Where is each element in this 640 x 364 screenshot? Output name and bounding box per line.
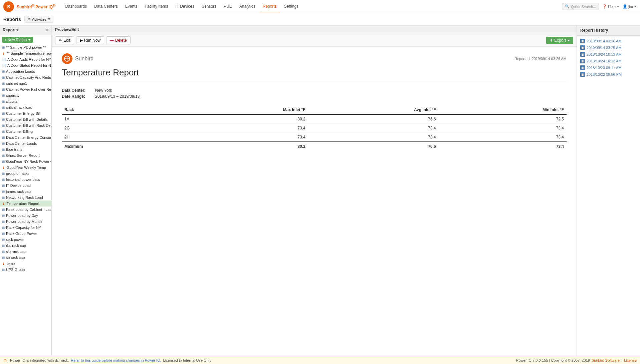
list-item[interactable]: ⊞ Rack Group Power [0, 231, 51, 237]
nav-analytics[interactable]: Analytics [236, 0, 259, 13]
data-center-value: New York [95, 88, 112, 93]
export-button[interactable]: ⬇ Export [546, 37, 573, 44]
activities-button[interactable]: ⚙ Activities [24, 16, 53, 23]
list-item[interactable]: ⊞ Cabinet Power Fail-over Redunda [0, 86, 51, 92]
run-now-button[interactable]: ▶ Run Now [76, 36, 104, 44]
nav-events[interactable]: Events [122, 0, 141, 13]
nav-it-devices[interactable]: IT Devices [172, 0, 198, 13]
table-row: 2G 73.4 73.4 73.4 [62, 124, 567, 133]
list-item[interactable]: ⊞ ** Sample PDU power ** [0, 44, 51, 50]
list-item[interactable]: ⊞ GoodYear NY Rack Power Cap [0, 158, 51, 164]
list-item[interactable]: ⊞ Customer Billing [0, 128, 51, 134]
list-item[interactable]: ⊞ Power Load by Month [0, 219, 51, 225]
grid-icon: ⊞ [2, 214, 5, 218]
table-row: 2H 73.4 73.4 73.4 [62, 133, 567, 142]
license-link[interactable]: License [624, 358, 637, 362]
list-item[interactable]: 📄 A Door Audit Report for NY [0, 56, 51, 62]
list-item[interactable]: ⊞ Application Loads [0, 68, 51, 74]
data-center-row: Data Center: New York [62, 88, 567, 93]
nav-reports[interactable]: Reports [259, 0, 280, 13]
data-center-label: Data Center: [62, 88, 95, 93]
edit-icon: ✏ [59, 38, 62, 43]
list-item[interactable]: 🌡 ** Sample Temperature report ** [0, 50, 51, 56]
grid-icon: ⊞ [2, 82, 5, 85]
list-item[interactable]: ⊞ historical power data [0, 176, 51, 183]
list-item[interactable]: ⊞ Rack Capacity for NY [0, 225, 51, 231]
history-item[interactable]: 📋 2019/09/14 03:25 AM [578, 44, 639, 51]
list-item[interactable]: ⊞ james rack cap [0, 189, 51, 195]
history-icon: 📋 [580, 72, 585, 77]
list-item[interactable]: ⊞ siq rack cap [0, 249, 51, 255]
list-item[interactable]: ⊞ circuits [0, 98, 51, 104]
thermometer-icon: 🌡 [2, 202, 5, 206]
list-item[interactable]: ⊞ group of racks [0, 170, 51, 176]
list-item[interactable]: ⊞ so rack cap [0, 255, 51, 261]
cell-max: 73.4 [176, 133, 308, 142]
footer-guide-link[interactable]: Refer to this guide before making change… [71, 358, 161, 362]
run-icon: ▶ [80, 38, 83, 43]
list-item[interactable]: ⊞ Peak Load by Cabinet - Last 30 D [0, 207, 51, 213]
list-item[interactable]: ⊞ UPS Group [0, 267, 51, 273]
nav-pue[interactable]: PUE [220, 0, 235, 13]
list-item[interactable]: ⊞ Ghost Server Report [0, 152, 51, 158]
list-item[interactable]: ⊞ cabinet ngn1 [0, 80, 51, 86]
sunbird-link[interactable]: Sunbird Software [592, 358, 620, 362]
list-item[interactable]: ⊞ Customer Bill with Rack Details [0, 122, 51, 128]
history-icon: 📋 [580, 39, 585, 43]
list-item[interactable]: ⊞ capacity [0, 92, 51, 98]
user-chevron-icon [634, 6, 637, 7]
help-button[interactable]: ❓ Help [602, 4, 619, 9]
list-item[interactable]: ⊞ Customer Energy Bill [0, 110, 51, 116]
right-sidebar: Report History 📋 2019/09/14 03:26 AM 📋 2… [577, 25, 640, 356]
list-item[interactable]: ⊞ Networking Rack Load [0, 195, 51, 201]
history-item[interactable]: 📋 2018/10/24 10:12 AM [578, 58, 639, 64]
cell-rack: 1A [62, 114, 176, 124]
footer-licensed-text: Licensed to Internal Use Only [163, 358, 211, 362]
list-item[interactable]: ⊞ IT Device Load [0, 183, 51, 189]
logo-text: Sunbird® Power IQ® [17, 4, 55, 9]
nav-facility-items[interactable]: Facility Items [142, 0, 172, 13]
history-item[interactable]: 📋 2018/10/22 09:56 PM [578, 71, 639, 78]
footer-right: Power IQ 7.0.0-155 | Copyright © 2007–20… [516, 358, 637, 362]
list-item[interactable]: ⊞ rbc rack cap [0, 243, 51, 249]
list-item[interactable]: 📄 A Door Status Report for NY [0, 62, 51, 68]
nav-settings[interactable]: Settings [281, 0, 302, 13]
list-item[interactable]: 🌡 GoodYear Weekly Temp [0, 164, 51, 170]
list-item[interactable]: ⊞ floor trans [0, 146, 51, 152]
page-title: Reports [3, 17, 21, 22]
grid-icon: ⊞ [2, 178, 5, 181]
list-item[interactable]: 🌡 temp [0, 261, 51, 267]
quick-search[interactable]: 🔍 Quick Search... [562, 3, 599, 10]
delete-button[interactable]: — Delete [106, 36, 131, 44]
list-item[interactable]: ⊞ critical rack load [0, 104, 51, 110]
history-item[interactable]: 📋 2018/10/23 09:11 AM [578, 64, 639, 71]
edit-button[interactable]: ✏ Edit [55, 36, 74, 44]
reported-timestamp: Reported: 2019/09/14 03:26 AM [514, 57, 567, 61]
footer-left: ⚠ Power IQ is integrated with dcTrack. R… [3, 358, 211, 362]
grid-icon: ⊞ [2, 88, 5, 91]
main-area: Reports × + New Report ⊞ ** Sample PDU p… [0, 25, 640, 356]
user-menu-button[interactable]: 👤 jim [623, 4, 637, 9]
nav-data-centers[interactable]: Data Centers [91, 0, 121, 13]
cell-total-min: 73.4 [439, 142, 567, 151]
new-report-button[interactable]: + New Report [2, 37, 33, 43]
history-date: 2018/10/24 10:12 AM [587, 59, 622, 63]
nav-dashboards[interactable]: Dashboards [62, 0, 90, 13]
history-item[interactable]: 📋 2019/09/14 03:26 AM [578, 38, 639, 44]
list-item[interactable]: ⊞ Customer Bill with Details [0, 116, 51, 122]
search-icon: 🔍 [565, 4, 570, 9]
collapse-icon[interactable]: × [46, 27, 49, 33]
list-item[interactable]: ⊞ Data Center Energy Consumption [0, 134, 51, 140]
left-sidebar: Reports × + New Report ⊞ ** Sample PDU p… [0, 25, 52, 356]
nav-sensors[interactable]: Sensors [198, 0, 220, 13]
list-item[interactable]: ⊞ Data Center Loads [0, 140, 51, 146]
list-item[interactable]: ⊞ rack power [0, 237, 51, 243]
grid-icon: ⊞ [2, 124, 5, 127]
help-chevron-icon [617, 6, 619, 7]
history-item[interactable]: 📋 2018/10/24 10:13 AM [578, 51, 639, 58]
doc-icon: 📄 [2, 58, 6, 61]
list-item[interactable]: ⊞ Power Load by Day [0, 213, 51, 219]
list-item[interactable]: ⊞ Cabinet Capacity And Redundan [0, 74, 51, 80]
list-item-temperature-report[interactable]: 🌡 Temperature Report [0, 201, 51, 207]
report-toolbar: ✏ Edit ▶ Run Now — Delete ⬇ Export [52, 34, 577, 47]
